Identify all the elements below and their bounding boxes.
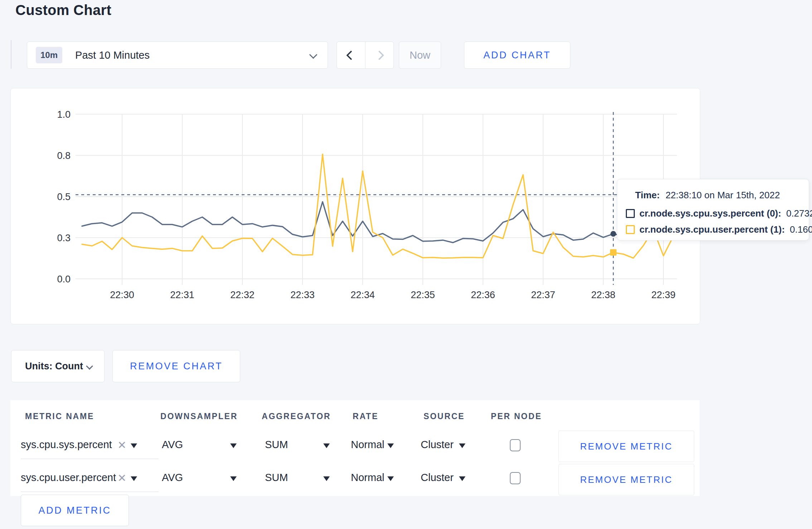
time-pager — [337, 42, 394, 69]
series-line-sys — [82, 202, 673, 243]
downsampler-select[interactable]: AVG — [162, 439, 183, 451]
metric-dropdown-arrow-icon[interactable] — [131, 476, 137, 481]
x-tick-label: 22:33 — [290, 290, 315, 300]
clear-metric-icon[interactable]: ✕ — [117, 439, 126, 451]
col-header-downsampler: DOWNSAMPLER — [160, 412, 238, 421]
remove-chart-button[interactable]: REMOVE CHART — [112, 350, 240, 382]
col-header-source: SOURCE — [424, 412, 465, 421]
col-header-aggregator: AGGREGATOR — [262, 412, 331, 421]
chart-tooltip: Time: 22:38:10 on Mar 15th, 2022 cr.node… — [617, 179, 809, 241]
tooltip-series-name: cr.node.sys.cpu.sys.percent (0): — [639, 208, 781, 219]
chart-card: 0.00.30.50.81.022:3022:3122:3222:3322:34… — [10, 88, 700, 324]
col-header-per-node: PER NODE — [491, 412, 542, 421]
col-header-metric-name: METRIC NAME — [25, 412, 94, 421]
tooltip-series-value: 0.2732 — [786, 208, 812, 219]
x-tick-label: 22:34 — [351, 290, 375, 300]
tooltip-time-row: Time: 22:38:10 on Mar 15th, 2022 — [635, 190, 780, 201]
y-tick-label: 1.0 — [57, 109, 71, 120]
chevron-down-icon — [309, 51, 318, 59]
add-chart-button[interactable]: ADD CHART — [464, 42, 570, 69]
per-node-checkbox[interactable] — [510, 439, 521, 451]
x-tick-label: 22:36 — [471, 290, 495, 300]
downsampler-dropdown-arrow-icon[interactable] — [230, 476, 237, 481]
time-range-label: Past 10 Minutes — [75, 49, 150, 61]
toolbar-divider — [11, 40, 11, 69]
x-tick-label: 22:39 — [651, 290, 676, 300]
x-tick-label: 22:31 — [170, 290, 194, 300]
chevron-right-icon — [374, 50, 384, 60]
clear-metric-icon[interactable]: ✕ — [117, 472, 126, 484]
prev-time-button[interactable] — [337, 42, 366, 68]
source-select[interactable]: Cluster — [421, 439, 454, 451]
metric-select-underline — [21, 458, 159, 459]
units-label: Units: Count — [25, 361, 83, 372]
aggregator-dropdown-arrow-icon[interactable] — [323, 476, 330, 481]
tooltip-time-value: 22:38:10 on Mar 15th, 2022 — [666, 190, 780, 201]
x-tick-label: 22:35 — [411, 290, 435, 300]
hover-point-user — [610, 249, 617, 256]
source-select[interactable]: Cluster — [421, 472, 454, 484]
x-tick-label: 22:32 — [230, 290, 255, 300]
y-tick-label: 0.0 — [57, 274, 71, 285]
metric-name-select[interactable]: sys.cpu.user.percent — [21, 472, 116, 484]
x-tick-label: 22:37 — [531, 290, 555, 300]
rate-select[interactable]: Normal — [351, 472, 384, 484]
chevron-left-icon — [346, 50, 356, 60]
per-node-checkbox[interactable] — [510, 472, 521, 484]
tooltip-series-row: cr.node.sys.cpu.user.percent (1): 0.1601 — [626, 224, 812, 235]
tooltip-series-name: cr.node.sys.cpu.user.percent (1): — [639, 224, 785, 235]
rate-dropdown-arrow-icon[interactable] — [387, 443, 394, 448]
metrics-table: METRIC NAME DOWNSAMPLER AGGREGATOR RATE … — [10, 400, 700, 496]
chevron-down-icon — [86, 363, 93, 370]
downsampler-dropdown-arrow-icon[interactable] — [230, 443, 237, 448]
aggregator-dropdown-arrow-icon[interactable] — [323, 443, 330, 448]
units-select[interactable]: Units: Count — [11, 350, 105, 382]
metric-select-underline — [21, 491, 159, 492]
next-time-button[interactable] — [366, 42, 394, 68]
aggregator-select[interactable]: SUM — [265, 472, 288, 484]
page-title: Custom Chart — [15, 2, 111, 18]
y-tick-label: 0.3 — [57, 233, 71, 243]
y-tick-label: 0.8 — [57, 150, 71, 161]
add-metric-button[interactable]: ADD METRIC — [21, 495, 129, 526]
aggregator-select[interactable]: SUM — [265, 439, 288, 451]
tooltip-series-value: 0.1601 — [790, 224, 812, 235]
series-sys-swatch-icon — [626, 209, 635, 218]
series-line-user — [82, 154, 673, 258]
rate-dropdown-arrow-icon[interactable] — [387, 476, 394, 481]
source-dropdown-arrow-icon[interactable] — [459, 476, 465, 481]
tooltip-time-label: Time: — [635, 190, 660, 201]
hover-point-sys — [610, 231, 616, 237]
time-range-badge: 10m — [36, 47, 62, 63]
remove-metric-button[interactable]: REMOVE METRIC — [559, 464, 694, 495]
metric-dropdown-arrow-icon[interactable] — [131, 443, 137, 448]
y-tick-label: 0.5 — [57, 191, 71, 202]
metric-name-select[interactable]: sys.cpu.sys.percent — [21, 439, 112, 451]
time-range-select[interactable]: 10m Past 10 Minutes — [27, 42, 328, 69]
cpu-percent-line-chart[interactable]: 0.00.30.50.81.022:3022:3122:3222:3322:34… — [11, 88, 700, 324]
x-tick-label: 22:38 — [591, 290, 615, 300]
series-user-swatch-icon — [626, 225, 635, 234]
remove-metric-button[interactable]: REMOVE METRIC — [559, 431, 694, 462]
tooltip-series-row: cr.node.sys.cpu.sys.percent (0): 0.2732 — [626, 208, 812, 219]
x-tick-label: 22:30 — [110, 290, 134, 300]
downsampler-select[interactable]: AVG — [162, 472, 183, 484]
source-dropdown-arrow-icon[interactable] — [459, 443, 465, 448]
now-button[interactable]: Now — [399, 42, 441, 69]
col-header-rate: RATE — [353, 412, 378, 421]
rate-select[interactable]: Normal — [351, 439, 384, 451]
